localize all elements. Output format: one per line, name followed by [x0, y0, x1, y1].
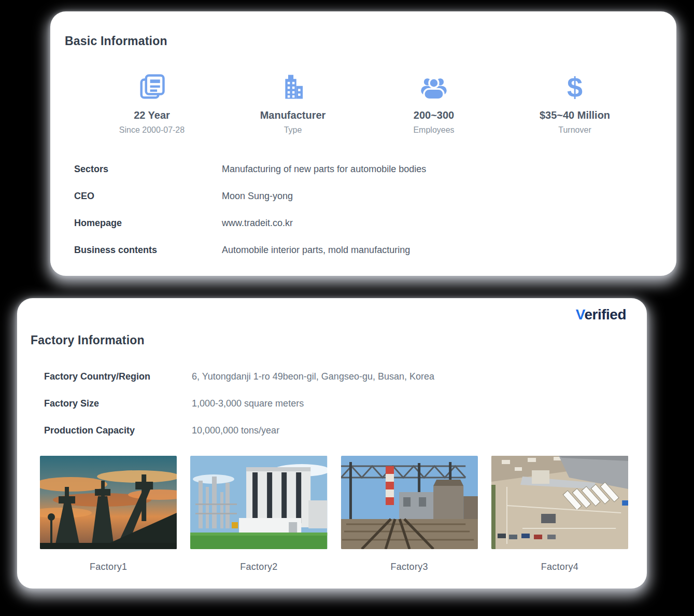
employees-value: 200~300 [363, 109, 504, 121]
company-type-value: Manufacturer [222, 109, 363, 121]
row-business-contents: Business contents Automobile interior pa… [74, 245, 653, 256]
business-contents-label: Business contents [74, 245, 222, 256]
factory-photos-row: Factory1 [40, 456, 628, 572]
homepage-label: Homepage [74, 218, 222, 229]
verified-badge: Verified [576, 306, 626, 323]
verified-label: Verified [576, 306, 626, 323]
basic-information-title: Basic Information [65, 34, 676, 48]
factory3-photo[interactable] [341, 456, 478, 549]
turnover-value: $35~40 Million [504, 109, 645, 121]
factory2-caption: Factory2 [190, 562, 327, 572]
building-icon [222, 73, 363, 101]
dollar-icon: $ [504, 73, 645, 101]
document-icon [81, 73, 222, 101]
company-age-value: 22 Year [81, 109, 222, 121]
factory-information-card: Verified Factory Information Factory Cou… [17, 298, 647, 589]
company-age-label: Since 2000-07-28 [81, 125, 222, 135]
stat-company-type: Manufacturer Type [222, 73, 363, 135]
turnover-label: Turnover [504, 125, 645, 135]
factory3-caption: Factory3 [341, 562, 478, 572]
factory-size-label: Factory Size [44, 398, 192, 409]
company-type-label: Type [222, 125, 363, 135]
company-stats-row: 22 Year Since 2000-07-28 Manufacturer Ty… [50, 73, 676, 135]
ceo-value: Moon Sung-yong [222, 191, 293, 202]
factory3-item: Factory3 [341, 456, 478, 572]
factory-information-title: Factory Information [31, 333, 647, 347]
row-homepage: Homepage www.tradeit.co.kr [74, 218, 653, 229]
factory2-item: Factory2 [190, 456, 327, 572]
factory1-caption: Factory1 [40, 562, 177, 572]
row-factory-size: Factory Size 1,000-3,000 square meters [44, 398, 647, 409]
basic-info-rows: Sectors Manufacturing of new parts for a… [74, 164, 653, 256]
row-ceo: CEO Moon Sung-yong [74, 191, 653, 202]
factory-size-value: 1,000-3,000 square meters [192, 398, 304, 409]
stat-employees: 200~300 Employees [363, 73, 504, 135]
homepage-value: www.tradeit.co.kr [222, 218, 293, 229]
business-contents-value: Automobile interior parts, mold manufact… [222, 245, 410, 256]
factory4-photo[interactable] [491, 456, 628, 549]
employees-label: Employees [363, 125, 504, 135]
factory-country-label: Factory Country/Region [44, 371, 192, 382]
sectors-value: Manufacturing of new parts for automobil… [222, 164, 426, 175]
stat-turnover: $ $35~40 Million Turnover [504, 73, 645, 135]
factory1-photo[interactable] [40, 456, 177, 549]
factory4-item: Factory4 [491, 456, 628, 572]
row-factory-country: Factory Country/Region 6, Yutongdanji 1-… [44, 371, 647, 382]
basic-information-card: Basic Information 22 Year Since 2000-07-… [50, 11, 676, 276]
factory-country-value: 6, Yutongdanji 1-ro 49beon-gil, Gangseo-… [192, 371, 434, 382]
factory1-item: Factory1 [40, 456, 177, 572]
ceo-label: CEO [74, 191, 222, 202]
factory2-photo[interactable] [190, 456, 327, 549]
factory4-caption: Factory4 [491, 562, 628, 572]
stat-company-age: 22 Year Since 2000-07-28 [81, 73, 222, 135]
sectors-label: Sectors [74, 164, 222, 175]
people-icon [363, 73, 504, 101]
factory-info-rows: Factory Country/Region 6, Yutongdanji 1-… [44, 371, 647, 436]
row-sectors: Sectors Manufacturing of new parts for a… [74, 164, 653, 175]
row-production-capacity: Production Capacity 10,000,000 tons/year [44, 425, 647, 436]
production-capacity-label: Production Capacity [44, 425, 192, 436]
production-capacity-value: 10,000,000 tons/year [192, 425, 279, 436]
